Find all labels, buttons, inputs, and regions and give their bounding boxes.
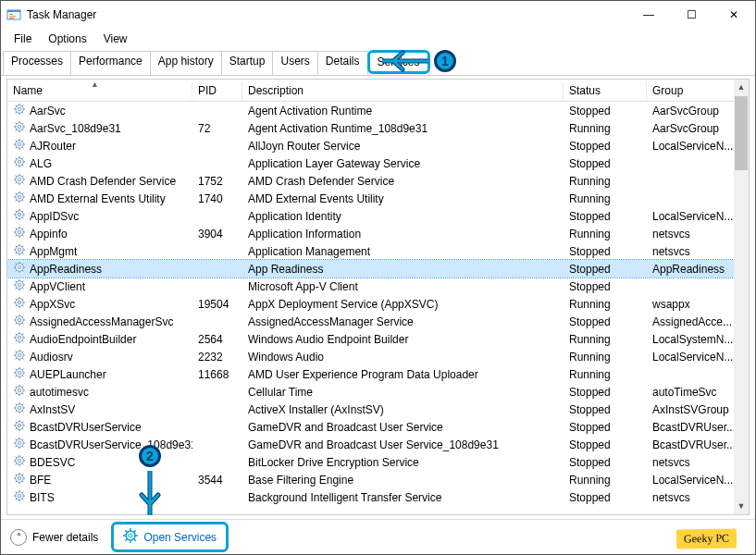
table-row[interactable]: BDESVCBitLocker Drive Encryption Service… xyxy=(7,453,749,471)
service-status: Stopped xyxy=(564,384,647,401)
table-row[interactable]: AppXSvc19504AppX Deployment Service (App… xyxy=(7,295,749,313)
svg-point-166 xyxy=(18,388,20,391)
service-gear-icon xyxy=(13,331,26,347)
table-row[interactable]: AMD External Events Utility1740AMD Exter… xyxy=(7,190,749,207)
svg-line-164 xyxy=(22,369,23,370)
service-status: Stopped xyxy=(564,103,647,119)
tab-app-history[interactable]: App history xyxy=(150,51,222,75)
svg-line-82 xyxy=(22,235,23,236)
svg-line-23 xyxy=(16,130,17,130)
svg-point-106 xyxy=(18,283,20,286)
service-name: BcastDVRUserService_108d9e31 xyxy=(30,438,192,451)
menu-view[interactable]: View xyxy=(96,31,135,47)
service-pid xyxy=(192,144,242,148)
scroll-down-arrow-icon[interactable]: ▼ xyxy=(734,499,749,514)
table-row[interactable]: BITSBackground Intelligent Transfer Serv… xyxy=(7,488,749,506)
service-pid xyxy=(192,250,242,253)
menu-file[interactable]: File xyxy=(6,31,39,47)
column-header-pid[interactable]: PID xyxy=(192,82,242,99)
service-name: ALG xyxy=(30,157,52,170)
svg-line-104 xyxy=(22,264,23,265)
minimize-button[interactable]: — xyxy=(627,1,670,29)
table-row[interactable]: AMD Crash Defender Service1752AMD Crash … xyxy=(7,172,749,190)
service-description: Agent Activation Runtime xyxy=(242,103,564,119)
svg-point-196 xyxy=(18,441,20,444)
service-name: AMD Crash Defender Service xyxy=(30,175,176,188)
table-row[interactable]: AssignedAccessManagerSvcAssignedAccessMa… xyxy=(7,313,749,330)
table-row[interactable]: AppReadinessApp ReadinessStoppedAppReadi… xyxy=(7,260,749,278)
svg-line-213 xyxy=(16,463,17,464)
svg-line-102 xyxy=(22,270,23,271)
table-header: ▲ Name PID Description Status Group xyxy=(7,80,749,102)
service-description: Base Filtering Engine xyxy=(242,472,564,488)
open-services-button[interactable]: Open Services xyxy=(111,522,229,552)
table-row[interactable]: BFE3544Base Filtering EngineRunningLocal… xyxy=(7,471,749,488)
service-pid xyxy=(192,285,242,289)
table-row[interactable]: AppVClientMicrosoft App-V ClientStopped xyxy=(7,278,749,295)
service-status: Running xyxy=(564,120,647,137)
table-row[interactable]: BcastDVRUserService_108d9e31GameDVR and … xyxy=(7,436,749,453)
svg-point-16 xyxy=(18,125,20,128)
svg-line-94 xyxy=(22,246,23,247)
vertical-scrollbar[interactable]: ▲ ▼ xyxy=(734,79,750,515)
service-name: AppVClient xyxy=(30,280,85,293)
fewer-details-button[interactable]: ˄ Fewer details xyxy=(10,529,98,546)
column-header-status[interactable]: Status xyxy=(564,82,647,99)
tab-startup[interactable]: Startup xyxy=(221,51,274,75)
svg-line-214 xyxy=(22,457,23,458)
service-name: AppXSvc xyxy=(30,298,75,311)
svg-line-13 xyxy=(16,112,17,113)
service-gear-icon xyxy=(13,366,26,382)
table-row[interactable]: Appinfo3904Application InformationRunnin… xyxy=(7,225,749,242)
table-row[interactable]: AppMgmtApplication ManagementStoppednets… xyxy=(7,242,749,260)
service-description: Application Identity xyxy=(242,208,564,225)
service-gear-icon xyxy=(13,278,26,294)
svg-line-182 xyxy=(22,411,23,412)
svg-line-202 xyxy=(22,446,23,447)
column-header-name[interactable]: Name xyxy=(7,82,192,99)
table-row[interactable]: BcastDVRUserServiceGameDVR and Broadcast… xyxy=(7,418,749,436)
table-row[interactable]: AUEPLauncher11668AMD User Experience Pro… xyxy=(7,365,749,383)
table-row[interactable]: AxInstSVActiveX Installer (AxInstSV)Stop… xyxy=(7,401,749,418)
service-status: Stopped xyxy=(564,208,647,225)
service-gear-icon xyxy=(13,419,26,435)
service-name: BITS xyxy=(30,491,55,504)
scroll-thumb[interactable] xyxy=(735,96,748,170)
svg-line-112 xyxy=(22,288,23,289)
service-name: BcastDVRUserService xyxy=(30,421,142,434)
svg-line-232 xyxy=(22,499,23,500)
service-status: Stopped xyxy=(564,489,647,506)
table-row[interactable]: AarSvcAgent Activation RuntimeStoppedAar… xyxy=(7,102,749,119)
svg-line-212 xyxy=(22,463,23,464)
service-pid xyxy=(192,267,242,271)
tab-details[interactable]: Details xyxy=(317,51,368,75)
close-button[interactable]: ✕ xyxy=(713,1,755,29)
svg-line-11 xyxy=(16,105,17,106)
svg-line-93 xyxy=(16,253,17,253)
table-row[interactable]: AudioEndpointBuilder2564Windows Audio En… xyxy=(7,330,749,348)
table-row[interactable]: AJRouterAllJoyn Router ServiceStoppedLoc… xyxy=(7,137,749,154)
maximize-button[interactable]: ☐ xyxy=(670,1,713,29)
service-name: AarSvc xyxy=(30,105,66,117)
table-row[interactable]: ALGApplication Layer Gateway ServiceStop… xyxy=(7,154,749,172)
table-row[interactable]: Audiosrv2232Windows AudioRunningLocalSer… xyxy=(7,348,749,365)
table-row[interactable]: AarSvc_108d9e3172Agent Activation Runtim… xyxy=(7,119,749,137)
app-icon xyxy=(6,7,21,22)
tab-processes[interactable]: Processes xyxy=(3,51,71,75)
svg-point-176 xyxy=(18,406,20,409)
service-status: Stopped xyxy=(564,155,647,172)
svg-rect-2 xyxy=(9,14,13,15)
table-row[interactable]: AppIDSvcApplication IdentityStoppedLocal… xyxy=(7,207,749,225)
table-row[interactable]: autotimesvcCellular TimeStoppedautoTimeS… xyxy=(7,383,749,401)
menubar: File Options View xyxy=(1,29,755,49)
tab-performance[interactable]: Performance xyxy=(70,51,151,75)
column-header-description[interactable]: Description xyxy=(242,82,564,99)
service-status: Stopped xyxy=(564,261,647,278)
callout-1-number: 1 xyxy=(434,50,456,72)
scroll-up-arrow-icon[interactable]: ▲ xyxy=(734,80,749,95)
callout-2: 2 xyxy=(138,445,162,515)
svg-point-186 xyxy=(18,424,20,426)
tab-users[interactable]: Users xyxy=(272,51,317,75)
menu-options[interactable]: Options xyxy=(41,31,93,47)
table-body[interactable]: AarSvcAgent Activation RuntimeStoppedAar… xyxy=(7,102,749,514)
